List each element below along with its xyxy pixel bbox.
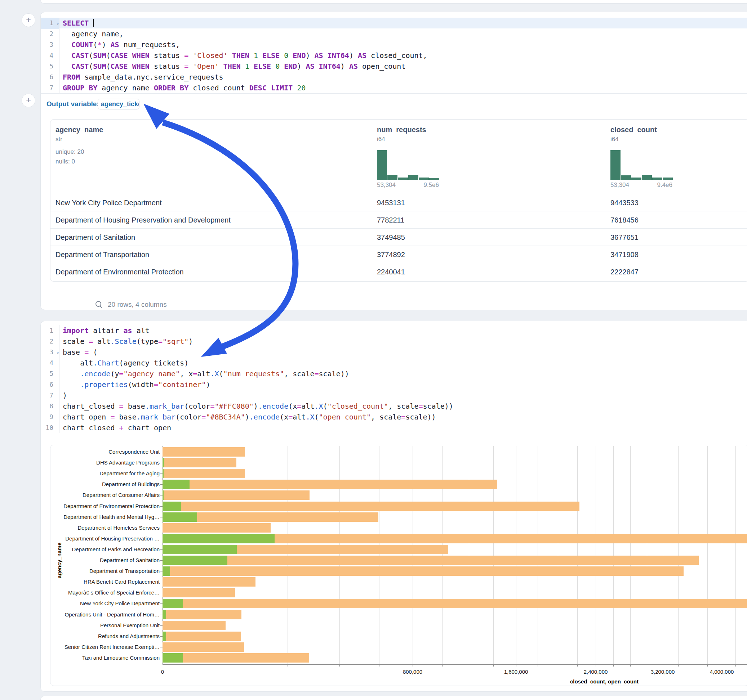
histogram-bar [429, 178, 439, 180]
sql-line[interactable]: 6 FROM sample_data.nyc.service_requests [41, 72, 747, 83]
bar-closed-count[interactable] [163, 643, 244, 652]
y-category-label: Department of Parks and Recreation [72, 546, 160, 552]
y-category-label: Department of Buildings [102, 481, 160, 487]
add-block-button-top[interactable]: + [22, 13, 35, 27]
bar-open-count[interactable] [163, 512, 197, 522]
collapse-chevron-icon[interactable]: ∨ [53, 18, 59, 29]
histogram-bar [642, 175, 652, 180]
y-category-label: Department of Environmental Protection [64, 503, 160, 509]
column-header[interactable]: num_requests [377, 126, 426, 134]
code-text: scale = alt.Scale(type="sqrt") [59, 336, 193, 347]
sql-line[interactable]: 3 COUNT(*) AS num_requests, [41, 39, 747, 50]
column-meta: nulls: 0 [56, 158, 75, 165]
bar-open-count[interactable] [163, 632, 166, 641]
bar-open-count[interactable] [163, 534, 275, 543]
table-row[interactable]: Department of Sanitation37494853677651 [50, 228, 747, 246]
bar-closed-count[interactable] [163, 599, 747, 608]
python-line[interactable]: 6 .properties(width="container") [41, 379, 747, 390]
bar-open-count[interactable] [163, 490, 163, 500]
output-variable-input[interactable]: agency_tickets [98, 99, 139, 109]
collapse-chevron-icon[interactable] [53, 369, 59, 380]
bar-closed-count[interactable] [163, 577, 256, 587]
sql-code-editor[interactable]: 1∨SELECT 2 agency_name,3 COUNT(*) AS num… [41, 18, 747, 93]
python-line[interactable]: 2 scale = alt.Scale(type="sqrt") [41, 336, 747, 347]
collapse-chevron-icon[interactable] [53, 401, 59, 412]
bar-closed-count[interactable] [163, 610, 242, 619]
bar-open-count[interactable] [163, 469, 163, 478]
hist-max-label: 9.4e6 [657, 181, 672, 189]
table-row[interactable]: Department of Transportation377489234719… [50, 246, 747, 263]
collapse-chevron-icon[interactable] [53, 391, 59, 401]
collapse-chevron-icon[interactable] [53, 40, 59, 51]
bar-open-count[interactable] [163, 653, 183, 662]
line-number: 6 [41, 379, 59, 391]
add-block-button-middle[interactable]: + [22, 94, 35, 107]
collapse-chevron-icon[interactable] [53, 337, 59, 347]
bar-open-count[interactable] [163, 480, 189, 489]
collapse-chevron-icon[interactable] [53, 423, 59, 434]
bar-closed-count[interactable] [163, 588, 235, 597]
collapse-chevron-icon[interactable] [53, 29, 59, 40]
table-row[interactable]: Department of Environmental Protection22… [50, 263, 747, 281]
column-histogram[interactable] [611, 150, 672, 180]
collapse-chevron-icon[interactable] [53, 72, 59, 83]
python-line[interactable]: 9 chart_open = base.mark_bar(color="#8BC… [41, 412, 747, 422]
bar-closed-count[interactable] [163, 523, 271, 533]
collapse-chevron-icon[interactable] [53, 51, 59, 62]
bar-closed-count[interactable] [163, 502, 579, 511]
collapse-chevron-icon[interactable] [53, 358, 59, 369]
python-line[interactable]: 5 .encode(y="agency_name", x=alt.X("num_… [41, 368, 747, 379]
bar-closed-count[interactable] [163, 653, 309, 662]
table-cell: 2240041 [377, 263, 405, 281]
sql-line[interactable]: 2 agency_name, [41, 29, 747, 39]
python-line[interactable]: 3∨base = ( [41, 347, 747, 358]
bar-open-count[interactable] [163, 545, 237, 554]
column-header[interactable]: agency_name [56, 126, 103, 134]
collapse-chevron-icon[interactable]: ∨ [53, 347, 59, 358]
bar-open-count[interactable] [163, 502, 181, 511]
bar-closed-count[interactable] [163, 621, 225, 630]
bar-open-count[interactable] [163, 458, 164, 468]
collapse-chevron-icon[interactable] [53, 62, 59, 72]
dataframe-footer[interactable]: 20 rows, 4 columns [95, 299, 167, 311]
bar-open-count[interactable] [163, 610, 166, 619]
table-row[interactable]: New York City Police Department945313194… [50, 194, 747, 211]
sql-line[interactable]: 5 CAST(SUM(CASE WHEN status = 'Open' THE… [41, 61, 747, 72]
bar-closed-count[interactable] [163, 458, 236, 468]
y-category-label: Department of Transportation [89, 568, 160, 574]
sql-line[interactable]: 7 GROUP BY agency_name ORDER BY closed_c… [41, 83, 747, 93]
bar-open-count[interactable] [163, 566, 170, 576]
python-code-editor[interactable]: 1 import altair as alt2 scale = alt.Scal… [41, 325, 747, 433]
bar-open-count[interactable] [163, 556, 227, 565]
bar-open-count[interactable] [163, 599, 183, 608]
python-line[interactable]: 1 import altair as alt [41, 325, 747, 336]
sql-line[interactable]: 4 CAST(SUM(CASE WHEN status = 'Closed' T… [41, 50, 747, 61]
gridline [596, 446, 596, 664]
collapse-chevron-icon[interactable] [53, 412, 59, 423]
table-cell: Department of Transportation [56, 246, 149, 263]
python-line[interactable]: 10 chart_closed + chart_open [41, 422, 747, 433]
bar-closed-count[interactable] [163, 632, 241, 641]
python-line[interactable]: 8 chart_closed = base.mark_bar(color="#F… [41, 401, 747, 412]
line-number: 8 [41, 401, 59, 412]
collapse-chevron-icon[interactable] [53, 380, 59, 391]
collapse-chevron-icon[interactable] [53, 83, 59, 94]
table-row[interactable]: Department of Housing Preservation and D… [50, 211, 747, 229]
python-line[interactable]: 4 alt.Chart(agency_tickets) [41, 358, 747, 368]
column-histogram[interactable] [377, 150, 439, 180]
sql-line[interactable]: 1∨SELECT [41, 18, 747, 29]
collapse-chevron-icon[interactable] [53, 326, 59, 337]
line-number: 7 [41, 390, 59, 401]
bar-closed-count[interactable] [163, 556, 699, 565]
bar-closed-count[interactable] [163, 469, 245, 478]
search-icon[interactable] [95, 300, 103, 308]
column-header[interactable]: closed_count [611, 126, 657, 134]
bar-closed-count[interactable] [163, 490, 310, 500]
python-line[interactable]: 7 ) [41, 390, 747, 401]
line-number: 7 [41, 83, 59, 94]
bar-closed-count[interactable] [163, 480, 497, 489]
gridline [379, 446, 380, 664]
bar-closed-count[interactable] [163, 566, 683, 576]
bar-closed-count[interactable] [163, 447, 245, 457]
y-category-label: New York City Police Department [80, 600, 160, 606]
